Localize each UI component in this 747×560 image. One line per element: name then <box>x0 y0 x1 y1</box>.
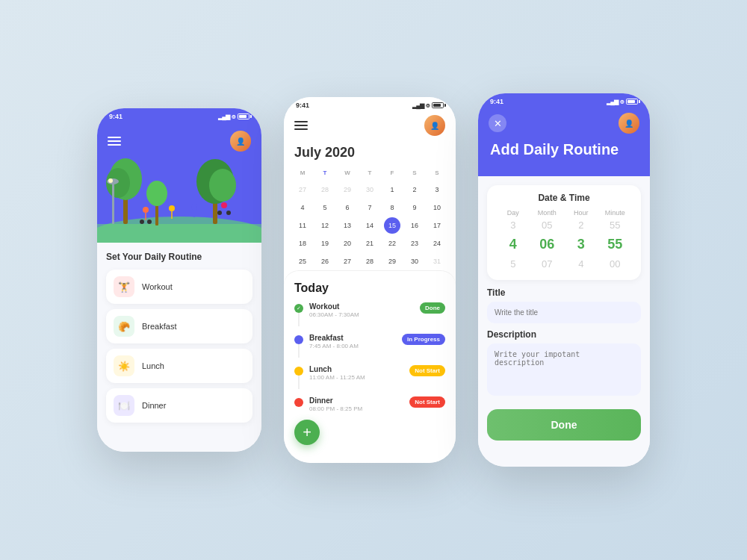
svg-point-16 <box>191 204 197 210</box>
workout-label: Workout <box>142 282 173 291</box>
signal-icon-3: ▂▄▆ <box>607 99 618 105</box>
cal-day-21[interactable]: 21 <box>362 235 378 252</box>
dt-next-hour: 4 <box>564 258 598 270</box>
svg-rect-21 <box>112 183 114 224</box>
park-illustration <box>97 146 261 243</box>
cal-day-28b[interactable]: 28 <box>362 253 378 270</box>
phone-3-header: 9:41 ▂▄▆ ⌾ ✕ 👤 Add Daily Routine <box>478 93 650 176</box>
dinner-icon: 🍽️ <box>114 395 134 416</box>
cal-day-6[interactable]: 6 <box>339 199 356 216</box>
cal-day-22[interactable]: 22 <box>384 235 400 252</box>
cal-day-29[interactable]: 29 <box>339 181 356 198</box>
cal-day-28a[interactable]: 28 <box>317 181 333 198</box>
cal-day-17[interactable]: 17 <box>429 217 445 234</box>
cal-day-3[interactable]: 3 <box>429 181 445 198</box>
hamburger-icon[interactable] <box>108 137 121 146</box>
cal-day-18[interactable]: 18 <box>294 235 311 252</box>
cal-day-13[interactable]: 13 <box>339 217 356 234</box>
cal-day-20[interactable]: 20 <box>339 235 356 252</box>
cal-day-11[interactable]: 11 <box>294 217 311 234</box>
description-input[interactable] <box>487 343 641 396</box>
cal-day-19[interactable]: 19 <box>317 235 333 252</box>
phone-2-nav: 👤 <box>284 112 456 142</box>
close-button[interactable]: ✕ <box>489 114 506 132</box>
fab-add-button[interactable]: + <box>294 420 320 445</box>
svg-point-7 <box>209 169 236 202</box>
cal-day-1[interactable]: 1 <box>384 181 400 198</box>
timeline-breakfast: Breakfast 7:45 AM - 8:00 AM In Progress <box>294 334 445 358</box>
battery-icon-3 <box>626 99 638 105</box>
add-routine-title: Add Daily Routine <box>478 141 650 164</box>
cal-day-23[interactable]: 23 <box>406 235 423 252</box>
phone-1-body: Set Your Daily Routine 🏋️ Workout 🥐 Brea… <box>97 243 261 452</box>
cal-day-25[interactable]: 25 <box>294 253 311 270</box>
cal-day-27a[interactable]: 27 <box>294 181 311 198</box>
title-input[interactable] <box>487 302 641 323</box>
timeline-content-workout: Workout 06:30AM - 7:30AM <box>309 302 414 318</box>
workout-badge: Done <box>420 302 445 314</box>
status-bar-2: 9:41 ▂▄▆ ⌾ <box>284 97 456 112</box>
cal-day-30a[interactable]: 30 <box>362 181 378 198</box>
dt-label-hour: Hour <box>564 209 598 217</box>
dt-active-hour[interactable]: 3 <box>564 237 598 252</box>
svg-point-12 <box>140 220 144 224</box>
svg-point-20 <box>226 211 231 215</box>
dt-active-day[interactable]: 4 <box>496 237 530 252</box>
routine-item-lunch[interactable]: ☀️ Lunch <box>106 349 252 383</box>
svg-point-18 <box>221 202 227 208</box>
cal-hdr-t2: T <box>359 165 381 181</box>
routine-item-workout[interactable]: 🏋️ Workout <box>106 270 252 304</box>
status-icons-1: ▂▄▆ ⌾ <box>218 113 249 120</box>
phone-3-body: Date & Time Day Month Hour Minute 3 05 2… <box>478 176 650 467</box>
dt-active-month[interactable]: 06 <box>530 237 565 252</box>
dt-active-row[interactable]: 4 06 3 55 <box>496 234 632 255</box>
cal-day-16[interactable]: 16 <box>406 217 423 234</box>
time-2: 9:41 <box>296 102 309 109</box>
cal-day-headers: M T W T F S S <box>291 165 448 181</box>
phone-3-nav: ✕ 👤 <box>478 108 650 141</box>
cal-week-4: 18 19 20 21 22 23 24 <box>291 234 448 252</box>
cal-day-24[interactable]: 24 <box>429 235 445 252</box>
svg-point-13 <box>147 220 152 224</box>
cal-day-30b[interactable]: 30 <box>406 253 423 270</box>
done-button[interactable]: Done <box>487 409 641 441</box>
cal-day-27b[interactable]: 27 <box>339 253 356 270</box>
cal-day-29b[interactable]: 29 <box>384 253 400 270</box>
cal-week-2: 4 5 6 7 8 9 10 <box>291 199 448 217</box>
cal-hdr-s1: S <box>403 165 426 181</box>
routine-item-dinner[interactable]: 🍽️ Dinner <box>106 388 252 423</box>
phone-3: 9:41 ▂▄▆ ⌾ ✕ 👤 Add Daily Routine Date & … <box>478 93 650 467</box>
battery-icon-2 <box>432 102 444 108</box>
dt-active-minute[interactable]: 55 <box>598 237 633 252</box>
cal-day-2[interactable]: 2 <box>406 181 423 198</box>
title-section: Title <box>487 287 641 323</box>
dt-label-minute: Minute <box>598 209 633 217</box>
cal-day-4[interactable]: 4 <box>294 199 311 216</box>
svg-point-14 <box>169 205 175 211</box>
avatar-3[interactable]: 👤 <box>619 113 639 134</box>
cal-day-15-selected[interactable]: 15 <box>384 217 400 234</box>
cal-hdr-s2: S <box>426 165 448 181</box>
cal-day-14[interactable]: 14 <box>362 217 378 234</box>
cal-day-7[interactable]: 7 <box>362 199 378 216</box>
dt-next-day: 5 <box>496 258 530 270</box>
hamburger-icon-2[interactable] <box>294 121 308 130</box>
cal-day-8[interactable]: 8 <box>384 199 400 216</box>
cal-day-5[interactable]: 5 <box>317 199 333 216</box>
status-bar-3: 9:41 ▂▄▆ ⌾ <box>478 93 650 108</box>
signal-icon-2: ▂▄▆ <box>412 102 424 109</box>
svg-point-23 <box>108 178 113 183</box>
dt-prev-month: 05 <box>530 220 565 231</box>
time-3: 9:41 <box>490 98 503 105</box>
datetime-card-title: Date & Time <box>496 193 632 203</box>
cal-day-9[interactable]: 9 <box>406 199 423 216</box>
cal-week-5: 25 26 27 28 29 30 31 <box>291 252 448 270</box>
cal-day-26[interactable]: 26 <box>317 253 333 270</box>
cal-day-31[interactable]: 31 <box>429 253 445 270</box>
routine-item-breakfast[interactable]: 🥐 Breakfast <box>106 309 252 343</box>
desc-form-label: Description <box>487 329 641 340</box>
svg-point-9 <box>146 181 167 206</box>
cal-day-12[interactable]: 12 <box>317 217 333 234</box>
cal-day-10[interactable]: 10 <box>429 199 445 216</box>
avatar-2[interactable]: 👤 <box>424 115 445 136</box>
